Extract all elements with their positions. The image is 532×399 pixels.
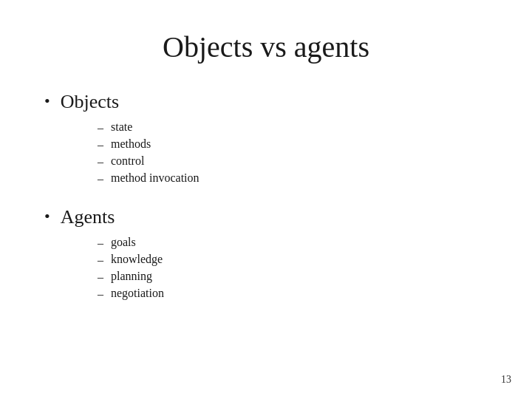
dash-icon: – xyxy=(98,287,103,301)
dash-icon: – xyxy=(98,138,103,151)
bullet-dot-objects: • xyxy=(44,92,50,111)
sub-text-method-invocation: method invocation xyxy=(111,171,200,185)
agents-bullet: • Agents xyxy=(44,206,488,228)
agents-label: Agents xyxy=(61,206,115,228)
agents-section: • Agents – goals – knowledge – planning … xyxy=(44,206,488,301)
agents-sub-list: – goals – knowledge – planning – negotia… xyxy=(98,236,488,301)
objects-bullet: • Objects xyxy=(44,91,488,113)
slide-title: Objects vs agents xyxy=(44,30,488,64)
sub-item-knowledge: – knowledge xyxy=(98,253,488,267)
sub-text-methods: methods xyxy=(111,137,151,151)
dash-icon: – xyxy=(98,172,103,185)
sub-item-state: – state xyxy=(98,120,488,134)
dash-icon: – xyxy=(98,155,103,168)
page-number: 13 xyxy=(501,374,511,386)
bullet-dot-agents: • xyxy=(44,207,50,226)
sub-text-planning: planning xyxy=(111,270,152,283)
sub-item-planning: – planning xyxy=(98,270,488,284)
sub-item-goals: – goals xyxy=(98,236,488,250)
sub-text-knowledge: knowledge xyxy=(111,253,163,266)
objects-section: • Objects – state – methods – control – … xyxy=(44,91,488,185)
sub-item-negotiation: – negotiation xyxy=(98,287,488,301)
sub-item-control: – control xyxy=(98,154,488,168)
dash-icon: – xyxy=(98,253,103,267)
dash-icon: – xyxy=(98,236,103,250)
sub-text-negotiation: negotiation xyxy=(111,287,164,300)
sub-text-goals: goals xyxy=(111,236,136,249)
slide: Objects vs agents • Objects – state – me… xyxy=(0,0,532,399)
sub-text-control: control xyxy=(111,154,144,168)
sub-text-state: state xyxy=(111,120,132,134)
objects-sub-list: – state – methods – control – method inv… xyxy=(98,120,488,185)
objects-label: Objects xyxy=(61,91,119,113)
sub-item-method-invocation: – method invocation xyxy=(98,171,488,185)
dash-icon: – xyxy=(98,121,103,134)
dash-icon: – xyxy=(98,270,103,284)
sub-item-methods: – methods xyxy=(98,137,488,151)
